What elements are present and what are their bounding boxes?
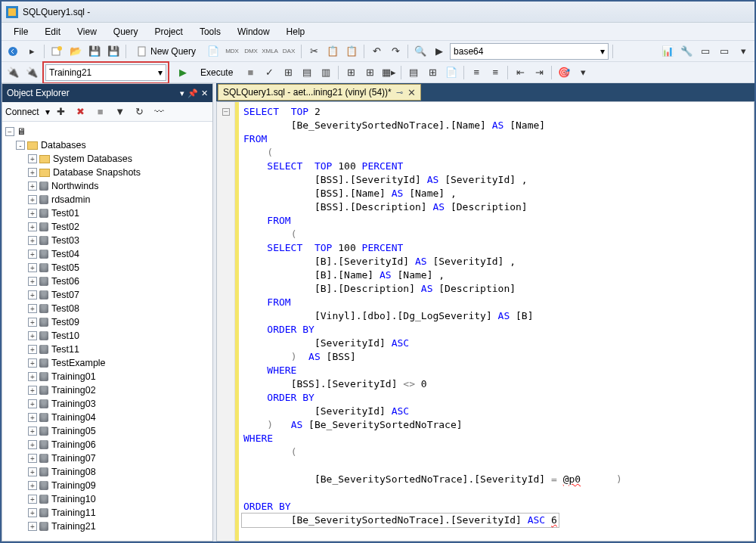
- menu-query[interactable]: Query: [106, 25, 146, 39]
- tree-node[interactable]: +Training05: [4, 424, 211, 438]
- specify-values-button[interactable]: 🎯: [556, 64, 572, 81]
- open-button[interactable]: 📂: [67, 43, 84, 60]
- copy-button[interactable]: 📋: [324, 43, 341, 60]
- panel-dropdown-icon[interactable]: ▾: [180, 88, 184, 98]
- cut-button[interactable]: ✂: [305, 43, 322, 60]
- connect-plug-button[interactable]: ✚: [53, 104, 70, 120]
- outdent-button[interactable]: ⇥: [531, 64, 547, 81]
- expander-icon[interactable]: +: [28, 372, 37, 381]
- save-button[interactable]: 💾: [86, 43, 103, 60]
- tree-node[interactable]: +rdsadmin: [4, 193, 211, 206]
- tree-node[interactable]: +Test03: [4, 234, 211, 247]
- tree-node[interactable]: +Training01: [4, 370, 211, 383]
- menu-help[interactable]: Help: [279, 25, 313, 39]
- intellisense-button[interactable]: ▥: [318, 64, 334, 81]
- menu-edit[interactable]: Edit: [37, 25, 68, 39]
- redo-button[interactable]: ↷: [387, 43, 404, 60]
- panel-button[interactable]: ▭: [716, 43, 733, 60]
- results-grid-button[interactable]: ⊞: [424, 64, 441, 81]
- tree-node[interactable]: +Training11: [4, 506, 211, 520]
- tree-node[interactable]: +Training09: [4, 479, 211, 492]
- layout-button[interactable]: ▭: [697, 43, 714, 60]
- db-engine-query-button[interactable]: 📄: [205, 43, 222, 60]
- expander-icon[interactable]: +: [28, 358, 37, 368]
- expander-icon[interactable]: +: [28, 318, 37, 327]
- close-icon[interactable]: ✕: [407, 87, 416, 98]
- tree-node[interactable]: +Training08: [4, 465, 211, 479]
- new-query-button[interactable]: New Query: [130, 43, 203, 60]
- paste-button[interactable]: 📋: [343, 43, 360, 60]
- expander-icon[interactable]: +: [28, 168, 37, 177]
- more-button[interactable]: ▾: [735, 43, 751, 60]
- results-text-button[interactable]: ▤: [405, 64, 422, 81]
- close-icon[interactable]: ✕: [201, 88, 208, 98]
- launch-button[interactable]: ▶: [431, 43, 448, 60]
- save-all-button[interactable]: 💾: [105, 43, 122, 60]
- expander-icon[interactable]: +: [28, 399, 37, 408]
- expander-icon[interactable]: +: [28, 154, 37, 163]
- tree-node[interactable]: +Test04: [4, 247, 211, 261]
- live-stats-button[interactable]: ⊞: [361, 64, 378, 81]
- xmla-button[interactable]: XMLA: [262, 43, 278, 60]
- stop-conn-button[interactable]: ■: [92, 104, 109, 120]
- nav-back-button[interactable]: [5, 43, 21, 60]
- menu-file[interactable]: File: [6, 25, 36, 39]
- menu-tools[interactable]: Tools: [192, 25, 228, 39]
- sql-editor[interactable]: − SELECT TOP 2 [Be_SeveritySortedNoTrace…: [216, 101, 754, 541]
- expander-icon[interactable]: +: [28, 195, 37, 204]
- expander-icon[interactable]: +: [28, 467, 37, 476]
- editor-tab[interactable]: SQLQuery1.sql - aet...ining21 (vinyl (54…: [218, 84, 421, 101]
- expander-icon[interactable]: +: [28, 290, 37, 299]
- expander-icon[interactable]: +: [28, 522, 37, 531]
- pin-icon[interactable]: 📌: [187, 88, 198, 98]
- server-node[interactable]: −🖥: [4, 125, 211, 138]
- expander-icon[interactable]: +: [28, 427, 37, 436]
- find-button[interactable]: 🔍: [412, 43, 429, 60]
- expander-icon[interactable]: +: [28, 386, 37, 395]
- connect-dropdown[interactable]: ▾: [45, 107, 50, 117]
- tree-node[interactable]: +TestExample: [4, 356, 211, 370]
- mdx-button[interactable]: MDX: [224, 43, 240, 60]
- expander-icon[interactable]: +: [28, 236, 37, 245]
- expander-icon[interactable]: +: [28, 345, 37, 354]
- fold-gutter[interactable]: −: [217, 102, 235, 541]
- client-stats-button[interactable]: ▦▸: [380, 64, 397, 81]
- change-conn-button[interactable]: 🔌: [23, 64, 40, 81]
- menu-view[interactable]: View: [70, 25, 104, 39]
- tree-node[interactable]: +Test02: [4, 220, 211, 234]
- expander-icon[interactable]: +: [28, 250, 37, 259]
- expander-icon[interactable]: +: [28, 454, 37, 463]
- object-tree[interactable]: −🖥 -Databases+System Databases+Database …: [2, 122, 212, 541]
- expander-icon[interactable]: +: [28, 304, 37, 313]
- expander-icon[interactable]: +: [28, 440, 37, 449]
- connect-label[interactable]: Connect: [5, 107, 39, 117]
- query-options-button[interactable]: ▤: [299, 64, 315, 81]
- tree-node[interactable]: +Training21: [4, 520, 211, 533]
- tree-node[interactable]: +Test05: [4, 261, 211, 275]
- dmx-button[interactable]: DMX: [243, 43, 259, 60]
- tree-node[interactable]: +Test09: [4, 315, 211, 329]
- tree-node[interactable]: +Test07: [4, 288, 211, 302]
- activity-monitor-button[interactable]: 📊: [659, 43, 676, 60]
- wrench-button[interactable]: 🔧: [678, 43, 695, 60]
- tree-node[interactable]: +Test01: [4, 206, 211, 220]
- tree-node[interactable]: +Test11: [4, 343, 211, 356]
- plan-estimate-button[interactable]: ⊞: [280, 64, 296, 81]
- expander-icon[interactable]: +: [28, 331, 37, 340]
- indent-button[interactable]: ⇤: [512, 64, 528, 81]
- expander-icon[interactable]: +: [28, 495, 37, 504]
- tree-node[interactable]: +Training03: [4, 397, 211, 411]
- activity-button[interactable]: 〰: [151, 104, 168, 120]
- tree-node[interactable]: +Test06: [4, 275, 211, 288]
- expander-icon[interactable]: +: [28, 209, 37, 218]
- tree-node[interactable]: +Training02: [4, 383, 211, 397]
- include-plan-button[interactable]: ⊞: [342, 64, 359, 81]
- menu-window[interactable]: Window: [230, 25, 277, 39]
- refresh-button[interactable]: ↻: [132, 104, 148, 120]
- filter-button[interactable]: ▼: [112, 104, 129, 120]
- tree-node[interactable]: +Training10: [4, 492, 211, 506]
- tree-node[interactable]: +Test10: [4, 329, 211, 343]
- tree-node[interactable]: +Northwinds: [4, 179, 211, 193]
- disconnect-button[interactable]: ✖: [73, 104, 89, 120]
- expander-icon[interactable]: +: [28, 182, 37, 191]
